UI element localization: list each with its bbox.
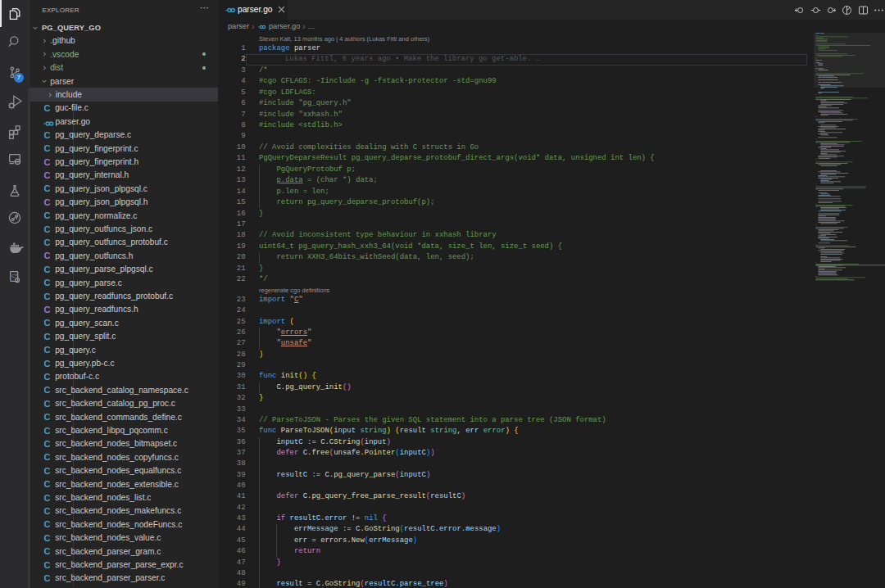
svg-text:Cª: Cª [11, 274, 17, 278]
